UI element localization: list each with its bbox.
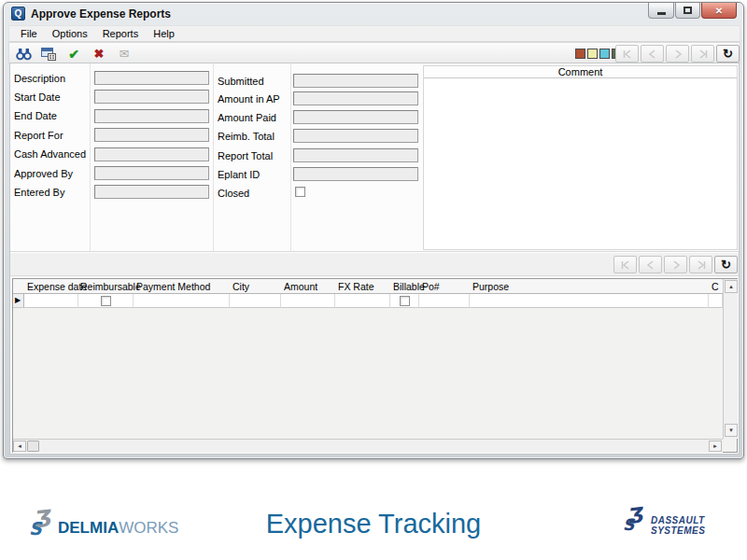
cell-payment-method[interactable] xyxy=(134,294,230,308)
window-controls: ✕ xyxy=(647,3,737,19)
approved-by-input[interactable] xyxy=(94,166,209,180)
eplant-id-label: Eplant ID xyxy=(218,169,260,180)
nav-last-button[interactable] xyxy=(689,256,712,273)
header-form: Description Start Date End Date Report F… xyxy=(10,63,739,252)
report-button[interactable] xyxy=(40,46,57,63)
nav-first-button[interactable] xyxy=(613,256,637,273)
cell-purpose[interactable] xyxy=(470,294,709,308)
menu-file[interactable]: File xyxy=(13,26,45,41)
end-date-input[interactable] xyxy=(94,109,209,123)
next-record-icon xyxy=(672,49,684,59)
nav-next-button[interactable] xyxy=(664,256,687,273)
legend-red-swatch xyxy=(575,49,585,59)
col-billable[interactable]: Billable xyxy=(393,281,425,292)
reimbursable-checkbox[interactable] xyxy=(101,296,111,306)
dassault-wordmark: DASSAULT SYSTEMES xyxy=(651,515,705,536)
amount-paid-input[interactable] xyxy=(293,110,418,124)
find-button[interactable] xyxy=(15,46,32,63)
email-button[interactable]: ✉ xyxy=(116,46,133,63)
window-title: Approve Expense Reports xyxy=(31,7,171,21)
report-window-icon xyxy=(41,48,56,61)
amount-paid-label: Amount Paid xyxy=(218,112,276,123)
prior-record-icon xyxy=(647,49,658,59)
reimb-total-input[interactable] xyxy=(293,129,418,143)
grid-horizontal-scrollbar[interactable]: ◄ ► xyxy=(13,439,723,453)
hscroll-thumb[interactable] xyxy=(27,441,39,452)
menu-bar: File Options Reports Help xyxy=(8,25,740,42)
minimize-icon xyxy=(657,12,666,15)
scroll-right-button[interactable]: ► xyxy=(709,441,722,452)
col-amount[interactable]: Amount xyxy=(284,281,317,292)
report-for-input[interactable] xyxy=(94,128,209,142)
ds-line2: SYSTEMES xyxy=(651,525,705,536)
ds-line1: DASSAULT xyxy=(651,515,705,525)
col-payment-method[interactable]: Payment Method xyxy=(136,281,210,292)
cell-fx-rate[interactable] xyxy=(335,294,390,308)
col-purpose[interactable]: Purpose xyxy=(472,281,509,292)
grid-vertical-scrollbar[interactable]: ▲ ▼ xyxy=(723,279,738,439)
legend-cyan-swatch xyxy=(599,49,610,59)
toolbar-left-icons: ✔ ✖ ✉ xyxy=(15,45,133,63)
nav-next-button[interactable] xyxy=(666,45,689,63)
cell-amount[interactable] xyxy=(281,294,335,308)
nav-prior-button[interactable] xyxy=(639,256,662,273)
app-icon: Q xyxy=(11,7,25,21)
entered-by-label: Entered By xyxy=(14,187,64,198)
menu-help[interactable]: Help xyxy=(146,26,182,41)
detail-record-navigator: ↻ xyxy=(613,256,738,273)
refresh-button[interactable]: ↻ xyxy=(714,256,738,273)
cell-expense-date[interactable] xyxy=(24,294,78,308)
col-po[interactable]: Po# xyxy=(422,281,440,292)
footer: Expense Tracking Ʒ S DELMIAWORKS Ʒ S DAS… xyxy=(0,493,747,560)
comment-textarea[interactable] xyxy=(424,78,737,249)
grid-header-row: Expense date Reimbursable Payment Method… xyxy=(13,279,723,294)
nav-last-button[interactable] xyxy=(691,45,714,63)
current-row-marker: ▶ xyxy=(15,296,21,304)
col-clipped[interactable]: C xyxy=(712,281,719,292)
col-expense-date[interactable]: Expense date xyxy=(27,281,87,292)
scroll-left-button[interactable]: ◄ xyxy=(13,441,26,452)
binoculars-icon xyxy=(16,48,32,61)
reject-button[interactable]: ✖ xyxy=(91,46,107,63)
eplant-id-input[interactable] xyxy=(293,167,418,181)
arrow-left-icon: ◄ xyxy=(17,443,22,449)
cell-clipped[interactable] xyxy=(709,294,723,308)
scroll-down-button[interactable]: ▼ xyxy=(725,424,738,437)
grid-row[interactable]: ▶ xyxy=(13,294,723,308)
3ds-swoosh-icon: Ʒ S xyxy=(622,506,650,539)
cash-advanced-input[interactable] xyxy=(94,147,209,161)
report-for-label: Report For xyxy=(14,130,63,141)
close-button[interactable]: ✕ xyxy=(701,3,737,19)
top-record-navigator: ↻ xyxy=(615,45,740,63)
closed-checkbox[interactable] xyxy=(295,187,305,197)
nav-first-button[interactable] xyxy=(615,45,639,63)
row-selector-cell[interactable]: ▶ xyxy=(13,294,24,308)
dassault-systemes-logo: Ʒ S DASSAULT SYSTEMES xyxy=(622,506,705,539)
menu-reports[interactable]: Reports xyxy=(95,26,147,41)
entered-by-input[interactable] xyxy=(94,185,209,199)
cell-billable[interactable] xyxy=(390,294,419,308)
approve-button[interactable]: ✔ xyxy=(65,46,82,63)
nav-prior-button[interactable] xyxy=(641,45,664,63)
report-total-input[interactable] xyxy=(293,148,418,162)
refresh-button[interactable]: ↻ xyxy=(716,45,740,63)
description-label: Description xyxy=(14,73,65,84)
minimize-button[interactable] xyxy=(648,3,674,19)
title-bar[interactable]: Q Approve Expense Reports ✕ xyxy=(4,3,743,25)
cell-po[interactable] xyxy=(419,294,470,308)
col-city[interactable]: City xyxy=(233,281,249,292)
start-date-input[interactable] xyxy=(94,90,209,104)
works-suffix: WORKS xyxy=(119,519,178,537)
description-input[interactable] xyxy=(94,71,209,85)
billable-checkbox[interactable] xyxy=(400,296,410,306)
scroll-up-button[interactable]: ▲ xyxy=(725,280,738,293)
check-icon: ✔ xyxy=(68,47,79,62)
col-fx-rate[interactable]: FX Rate xyxy=(338,281,374,292)
amount-in-ap-input[interactable] xyxy=(293,91,418,105)
col-reimbursable[interactable]: Reimbursable xyxy=(80,281,141,292)
submitted-input[interactable] xyxy=(293,74,418,88)
maximize-button[interactable] xyxy=(675,3,700,19)
cell-reimbursable[interactable] xyxy=(78,294,134,308)
menu-options[interactable]: Options xyxy=(45,26,95,41)
cell-city[interactable] xyxy=(230,294,281,308)
